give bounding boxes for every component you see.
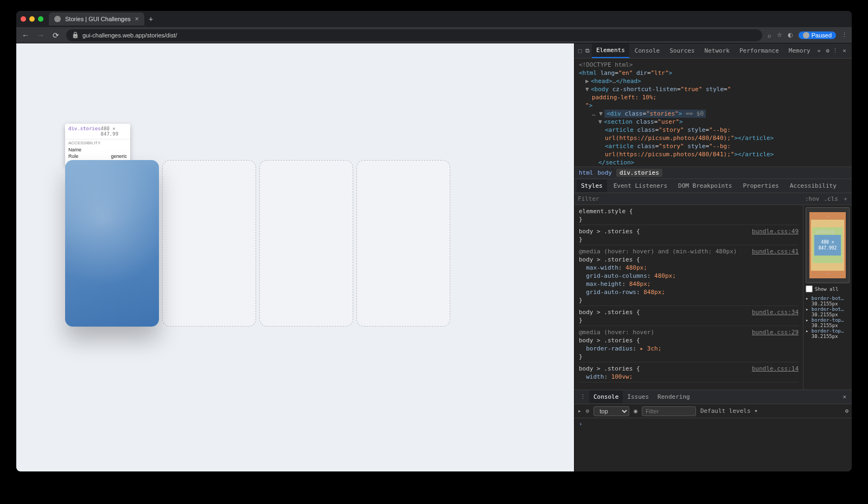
- elements-tree[interactable]: <!DOCTYPE html> <html lang="en" dir="ltr…: [575, 59, 852, 167]
- eye-icon[interactable]: ◉: [634, 407, 637, 414]
- tab-console[interactable]: Console: [630, 44, 664, 58]
- css-val: 848px;: [643, 289, 665, 296]
- close-window-icon[interactable]: [21, 16, 26, 22]
- story-card[interactable]: [259, 160, 353, 327]
- tooltip-dimensions: 480 × 847.99: [101, 126, 127, 137]
- devtools-tabbar: ⬚ ⧉ Elements Console Sources Network Per…: [575, 43, 852, 59]
- avatar-icon: [803, 32, 809, 39]
- reload-button[interactable]: ⟳: [51, 31, 61, 40]
- tab-properties[interactable]: Properties: [738, 180, 783, 192]
- browser-tabstrip: Stories | GUI Challenges × +: [16, 11, 852, 27]
- rule-selector: body > .stories {: [579, 228, 640, 235]
- rule-media: @media (hover: hover): [579, 329, 654, 336]
- computed-sidebar[interactable]: --padding -480 × 847.992--- Show all ▸ b…: [803, 205, 852, 390]
- computed-val: 30.2155px: [812, 334, 838, 339]
- hov-toggle[interactable]: :hov: [805, 195, 820, 202]
- address-bar[interactable]: 🔒 gui-challenges.web.app/stories/dist/: [66, 29, 762, 41]
- tab-accessibility[interactable]: Accessibility: [786, 180, 841, 192]
- story-card[interactable]: [162, 160, 256, 327]
- breadcrumb[interactable]: html body div.stories: [575, 167, 852, 179]
- star-icon[interactable]: ☆: [777, 31, 782, 39]
- browser-tab[interactable]: Stories | GUI Challenges ×: [49, 12, 144, 25]
- search-icon[interactable]: ⌕: [768, 32, 771, 39]
- console-settings-icon[interactable]: ⚙: [845, 407, 848, 414]
- drawer-tab-rendering[interactable]: Rendering: [653, 391, 694, 403]
- css-prop: border-radius: [586, 345, 633, 352]
- profile-chip[interactable]: Paused: [799, 31, 836, 39]
- forward-button[interactable]: →: [36, 31, 46, 40]
- console-toolbar: ▸ ⊘ top ◉ Default levels ▾ ⚙: [575, 404, 852, 418]
- tab-styles[interactable]: Styles: [577, 180, 607, 192]
- more-tabs-icon[interactable]: »: [816, 47, 822, 54]
- console-filter-input[interactable]: [642, 406, 696, 416]
- rule-source[interactable]: bundle.css:14: [752, 365, 799, 373]
- context-select[interactable]: top: [593, 406, 629, 416]
- tab-event-listeners[interactable]: Event Listeners: [609, 180, 672, 192]
- maximize-window-icon[interactable]: [38, 16, 43, 22]
- tab-memory[interactable]: Memory: [784, 44, 815, 58]
- story-card[interactable]: [356, 160, 450, 327]
- clear-console-icon[interactable]: ⊘: [586, 407, 590, 414]
- minimize-window-icon[interactable]: [29, 16, 35, 22]
- styles-filter-input[interactable]: Filter: [578, 195, 801, 202]
- rule-source[interactable]: bundle.css:34: [752, 308, 799, 316]
- tooltip-row-key: Role: [68, 154, 79, 159]
- story-card[interactable]: [65, 160, 159, 327]
- rule-selector: element.style {: [579, 208, 633, 215]
- console-prompt: ›: [579, 420, 583, 428]
- tab-sources[interactable]: Sources: [665, 44, 699, 58]
- css-val: 480px;: [654, 272, 676, 279]
- show-all-checkbox[interactable]: [806, 285, 813, 292]
- inspect-element-icon[interactable]: ⬚: [577, 47, 583, 54]
- styles-rules[interactable]: element.style {} bundle.css:49body > .st…: [575, 205, 803, 390]
- crumb-body[interactable]: body: [598, 169, 612, 176]
- extension-icon[interactable]: ◐: [788, 31, 793, 39]
- console-body[interactable]: ›: [575, 418, 852, 471]
- settings-icon[interactable]: ⚙: [824, 47, 831, 54]
- styles-tabbar: Styles Event Listeners DOM Breakpoints P…: [575, 179, 852, 193]
- tooltip-selector: div.stories: [68, 126, 101, 137]
- close-tab-icon[interactable]: ×: [135, 15, 139, 23]
- log-levels-select[interactable]: Default levels ▾: [700, 407, 758, 414]
- computed-key: border-bot…: [812, 307, 844, 312]
- console-sidebar-icon[interactable]: ▸: [578, 407, 582, 414]
- drawer-tabbar: ⋮ Console Issues Rendering ×: [575, 390, 852, 404]
- box-model-content: 480 × 847.992: [814, 235, 841, 256]
- lock-icon: 🔒: [72, 31, 79, 39]
- css-val: ▸ 3ch;: [640, 345, 662, 352]
- window-controls: [21, 16, 43, 22]
- tooltip-row-key: Name: [68, 147, 81, 152]
- rule-source[interactable]: bundle.css:29: [752, 328, 799, 336]
- device-toolbar-icon[interactable]: ⧉: [584, 47, 591, 54]
- styles-filter-bar: Filter :hov .cls ＋: [575, 193, 852, 205]
- computed-key: border-bot…: [812, 296, 844, 301]
- crumb-current[interactable]: div.stories: [616, 169, 662, 177]
- tab-network[interactable]: Network: [700, 44, 734, 58]
- page-viewport[interactable]: div.stories 480 × 847.99 ACCESSIBILITY N…: [16, 43, 574, 471]
- drawer-tab-issues[interactable]: Issues: [623, 391, 653, 403]
- rule-source[interactable]: bundle.css:41: [752, 247, 799, 256]
- drawer-tab-console[interactable]: Console: [589, 391, 623, 403]
- close-devtools-icon[interactable]: ×: [839, 47, 850, 54]
- css-val: 480px;: [626, 264, 647, 271]
- browser-toolbar: ← → ⟳ 🔒 gui-challenges.web.app/stories/d…: [16, 27, 852, 43]
- rule-media: @media (hover: hover) and (min-width: 48…: [579, 248, 737, 255]
- kebab-icon[interactable]: ⋮: [832, 47, 838, 54]
- new-rule-button[interactable]: ＋: [843, 195, 848, 203]
- css-prop: width: [586, 373, 604, 380]
- drawer-menu-icon[interactable]: ⋮: [577, 393, 589, 400]
- cls-toggle[interactable]: .cls: [824, 195, 839, 202]
- back-button[interactable]: ←: [21, 31, 30, 40]
- rule-source[interactable]: bundle.css:49: [752, 227, 799, 235]
- kebab-menu-icon[interactable]: ⋮: [841, 31, 847, 39]
- css-prop: grid-auto-columns: [586, 272, 647, 279]
- new-tab-button[interactable]: +: [149, 15, 153, 23]
- close-drawer-icon[interactable]: ×: [839, 393, 850, 400]
- css-val: 848px;: [629, 280, 651, 288]
- dom-line: <!DOCTYPE html>: [579, 61, 633, 68]
- tab-dom-breakpoints[interactable]: DOM Breakpoints: [674, 180, 736, 192]
- crumb-html[interactable]: html: [579, 169, 593, 176]
- tab-performance[interactable]: Performance: [735, 44, 783, 58]
- css-prop: max-height: [586, 280, 622, 288]
- tab-elements[interactable]: Elements: [592, 43, 629, 58]
